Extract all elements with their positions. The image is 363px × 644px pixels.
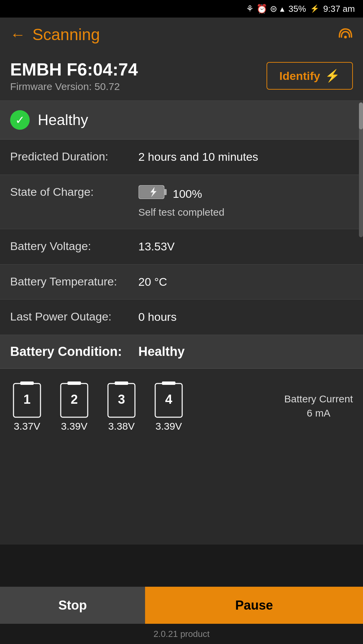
health-check-icon: ✓ bbox=[10, 110, 30, 130]
cell-2-voltage: 3.39V bbox=[61, 421, 87, 432]
svg-rect-15 bbox=[162, 381, 175, 385]
cell-1-icon: 1 bbox=[10, 380, 44, 421]
device-name: EMBH F6:04:74 bbox=[10, 59, 138, 80]
battery-voltage-label: Battery Voltage: bbox=[10, 239, 138, 253]
main-content: EMBH F6:04:74 Firmware Version: 50.72 Id… bbox=[0, 51, 363, 545]
battery-percent: 35% bbox=[288, 4, 306, 14]
svg-point-0 bbox=[344, 36, 347, 38]
battery-current-label: Battery Current 6 mA bbox=[284, 393, 353, 419]
battery-cell-3: 3 3.38V bbox=[105, 380, 138, 432]
cell-2-icon: 2 bbox=[57, 380, 91, 421]
footer: 2.0.21 product bbox=[0, 624, 363, 644]
state-of-charge-label: State of Charge: bbox=[10, 184, 138, 199]
action-bar: Stop Pause bbox=[0, 587, 363, 624]
status-icons: ⚘ ⏰ ⊜ ▴ bbox=[246, 4, 284, 14]
cell-1-voltage: 3.37V bbox=[14, 421, 40, 432]
svg-text:2: 2 bbox=[71, 392, 78, 406]
battery-condition-label: Battery Condition: bbox=[10, 344, 138, 359]
health-status-row: ✓ Healthy bbox=[0, 101, 363, 140]
content-spacer bbox=[0, 443, 363, 545]
battery-condition-row: Battery Condition: Healthy bbox=[0, 335, 363, 369]
svg-rect-12 bbox=[115, 381, 128, 385]
nav-bar: ← Scanning bbox=[0, 18, 363, 51]
version-text: 2.0.21 product bbox=[153, 629, 210, 639]
svg-rect-9 bbox=[67, 381, 81, 385]
charging-icon: ⚡ bbox=[310, 4, 319, 13]
clock: 9:37 am bbox=[323, 4, 355, 14]
cell-4-voltage: 3.39V bbox=[156, 421, 182, 432]
scroll-thumb[interactable] bbox=[359, 102, 363, 129]
signal-icon: ▴ bbox=[280, 4, 284, 14]
back-button[interactable]: ← bbox=[10, 25, 26, 43]
last-power-outage-label: Last Power Outage: bbox=[10, 309, 138, 324]
battery-temp-value: 20 °C bbox=[138, 274, 353, 290]
battery-temp-row: Battery Temperature: 20 °C bbox=[0, 265, 363, 300]
state-of-charge-value: 100% Self test completed bbox=[138, 184, 353, 220]
svg-rect-2 bbox=[164, 189, 167, 195]
charge-percent: 100% bbox=[173, 186, 202, 202]
identify-button[interactable]: Identify ⚡ bbox=[267, 62, 353, 90]
lightning-icon: ⚡ bbox=[325, 69, 340, 83]
battery-cell-1: 1 3.37V bbox=[10, 380, 44, 432]
svg-text:3: 3 bbox=[118, 392, 125, 406]
stop-button[interactable]: Stop bbox=[0, 587, 145, 624]
cell-3-voltage: 3.38V bbox=[108, 421, 135, 432]
status-bar: ⚘ ⏰ ⊜ ▴ 35% ⚡ 9:37 am bbox=[0, 0, 363, 18]
wifi-icon: ⊜ bbox=[270, 4, 277, 14]
battery-voltage-row: Battery Voltage: 13.53V bbox=[0, 229, 363, 265]
cell-4-icon: 4 bbox=[152, 380, 186, 421]
svg-rect-6 bbox=[20, 381, 34, 385]
health-status-text: Healthy bbox=[38, 112, 88, 128]
battery-cell-4: 4 3.39V bbox=[152, 380, 186, 432]
self-test-text: Self test completed bbox=[138, 205, 353, 219]
scrollbar[interactable] bbox=[359, 102, 363, 237]
last-power-outage-value: 0 hours bbox=[138, 309, 353, 325]
scan-icon bbox=[338, 26, 353, 43]
firmware-version: Firmware Version: 50.72 bbox=[10, 81, 138, 92]
predicted-duration-label: Predicted Duration: bbox=[10, 149, 138, 164]
battery-temp-label: Battery Temperature: bbox=[10, 274, 138, 289]
battery-cells-section: 1 3.37V 2 3.39V 3 3.38V bbox=[0, 369, 363, 443]
svg-text:1: 1 bbox=[23, 392, 30, 406]
battery-voltage-value: 13.53V bbox=[138, 239, 353, 255]
data-section: Predicted Duration: 2 hours and 10 minut… bbox=[0, 140, 363, 335]
svg-text:4: 4 bbox=[165, 392, 172, 406]
battery-condition-value: Healthy bbox=[138, 344, 185, 359]
page-title: Scanning bbox=[32, 25, 331, 44]
last-power-outage-row: Last Power Outage: 0 hours bbox=[0, 300, 363, 335]
identify-label: Identify bbox=[279, 69, 320, 83]
battery-full-icon bbox=[138, 184, 167, 204]
device-header: EMBH F6:04:74 Firmware Version: 50.72 Id… bbox=[0, 51, 363, 101]
predicted-duration-row: Predicted Duration: 2 hours and 10 minut… bbox=[0, 140, 363, 175]
predicted-duration-value: 2 hours and 10 minutes bbox=[138, 149, 353, 165]
bluetooth-icon: ⚘ bbox=[246, 4, 254, 14]
cell-3-icon: 3 bbox=[105, 380, 138, 421]
pause-button[interactable]: Pause bbox=[145, 587, 363, 624]
battery-current-info: Battery Current 6 mA bbox=[284, 392, 353, 420]
device-info: EMBH F6:04:74 Firmware Version: 50.72 bbox=[10, 59, 138, 92]
state-of-charge-row: State of Charge: 100% bbox=[0, 175, 363, 229]
alarm-icon: ⏰ bbox=[256, 4, 267, 14]
battery-cell-2: 2 3.39V bbox=[57, 380, 91, 432]
